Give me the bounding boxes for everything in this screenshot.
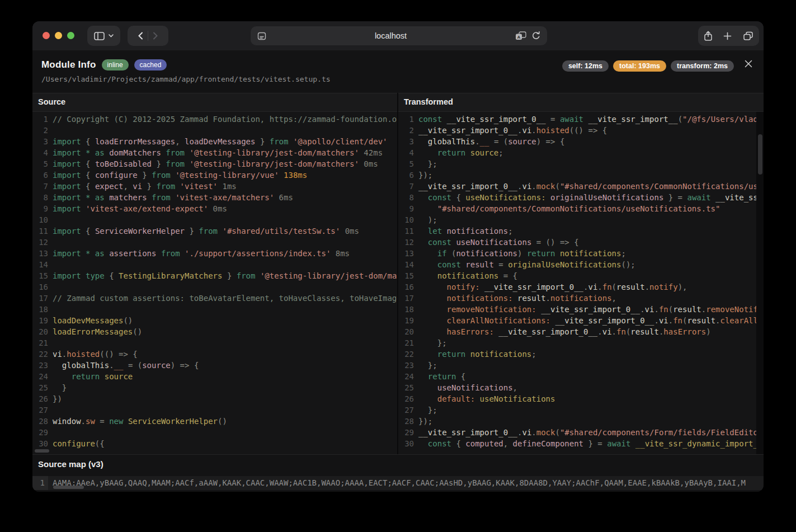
line-number: 22 — [32, 349, 48, 360]
source-panel-title: Source — [38, 97, 65, 106]
code-line: 7__vite_ssr_import_0__.vi.mock("#shared/… — [398, 181, 764, 192]
code-line: 19loadDevMessages() — [32, 315, 397, 326]
line-number: 2 — [32, 125, 48, 136]
code-line: 10 — [32, 214, 397, 225]
code-line: 27 }; — [398, 404, 764, 416]
line-number: 15 — [398, 270, 414, 281]
line-number: 12 — [32, 237, 48, 248]
code-line: 23 }; — [398, 360, 764, 371]
code-line: 28}); — [398, 416, 764, 427]
browser-toolbar: localhost A — [32, 21, 764, 50]
line-number: 27 — [32, 404, 48, 416]
code-line: 25 useNotifications, — [398, 382, 764, 393]
line-number: 6 — [32, 170, 48, 181]
source-horizontal-scrollbar-thumb[interactable] — [35, 449, 49, 453]
code-line: 20 hasErrors: __vite_ssr_import_0__.vi.f… — [398, 326, 764, 337]
window-close-button[interactable] — [43, 32, 50, 39]
code-line: 12 const useNotifications = () => { — [398, 237, 764, 248]
line-number: 18 — [398, 304, 414, 315]
line-number: 9 — [32, 203, 48, 214]
code-line: 11import { ServiceWorkerHelper } from '#… — [32, 225, 397, 237]
window-minimize-button[interactable] — [55, 32, 62, 39]
transformed-code-panel[interactable]: 1const __vite_ssr_import_0__ = await __v… — [398, 112, 764, 454]
line-number: 1 — [32, 114, 48, 125]
code-line: 25 } — [32, 382, 397, 393]
back-button[interactable] — [138, 32, 143, 40]
line-number: 11 — [398, 225, 414, 237]
line-number: 22 — [398, 349, 414, 360]
line-number: 16 — [398, 281, 414, 293]
line-number: 13 — [398, 248, 414, 259]
code-line: 16 — [32, 281, 397, 293]
code-line: 29__vite_ssr_import_0__.vi.mock("#shared… — [398, 427, 764, 438]
line-number: 17 — [32, 293, 48, 304]
address-bar[interactable]: localhost A — [251, 26, 547, 45]
timing-badges: self: 12ms total: 193ms transform: 2ms — [562, 60, 734, 72]
line-number: 18 — [32, 304, 48, 315]
line-number: 13 — [32, 248, 48, 259]
tab-overview-icon[interactable] — [743, 31, 753, 41]
source-code-panel[interactable]: 1// Copyright (C) 2012-2025 Zammad Found… — [32, 112, 397, 454]
line-number: 20 — [398, 326, 414, 337]
line-number: 4 — [398, 147, 414, 158]
module-file-path: /Users/vladimir/Projects/zammad/app/fron… — [41, 75, 331, 83]
sidebar-toggle-button[interactable] — [87, 26, 120, 46]
line-number: 5 — [398, 158, 414, 170]
line-number: 10 — [398, 214, 414, 225]
code-line: 30configure({ — [32, 438, 397, 449]
code-line: 22 return notifications; — [398, 349, 764, 360]
code-line: 3 globalThis.__ = (source) => { — [398, 136, 764, 147]
transformed-panel-title: Transformed — [404, 97, 453, 106]
window-zoom-button[interactable] — [67, 32, 74, 39]
line-number: 28 — [398, 416, 414, 427]
translate-icon[interactable]: A — [515, 31, 526, 40]
line-number: 28 — [32, 416, 48, 427]
code-line: 21 }; — [398, 337, 764, 349]
code-line: 19 clearAllNotifications: __vite_ssr_imp… — [398, 315, 764, 326]
code-line: 4 return source; — [398, 147, 764, 158]
code-line: 13import * as assertions from './support… — [32, 248, 397, 259]
page-settings-icon[interactable] — [257, 32, 266, 40]
code-line: 28window.sw = new ServiceWorkerHelper() — [32, 416, 397, 427]
code-line: 26}) — [32, 393, 397, 404]
source-map-mapping: AAMA;AAeA,yBAAG,QAAQ,MAAM;AACf,aAAW,KAAK… — [48, 476, 764, 490]
line-number: 14 — [398, 259, 414, 270]
line-number: 30 — [398, 438, 414, 449]
line-number: 27 — [398, 404, 414, 416]
line-number: 2 — [398, 125, 414, 136]
code-line: 2 — [32, 125, 397, 136]
code-line: 22vi.hoisted(() => { — [32, 349, 397, 360]
reload-icon[interactable] — [532, 31, 540, 40]
total-time-badge: total: 193ms — [613, 60, 666, 72]
line-number: 21 — [32, 337, 48, 349]
transformed-scrollbar-thumb[interactable] — [758, 134, 762, 175]
source-map-line-number: 1 — [32, 476, 48, 490]
code-area: 1// Copyright (C) 2012-2025 Zammad Found… — [32, 112, 764, 454]
inline-badge: inline — [102, 59, 129, 70]
code-line: 24 return { — [398, 371, 764, 382]
line-number: 16 — [32, 281, 48, 293]
source-map-title: Source map (v3) — [38, 459, 103, 469]
source-map-horizontal-scrollbar-thumb[interactable] — [53, 486, 84, 489]
chevron-down-icon — [109, 34, 114, 37]
sidebar-icon — [94, 32, 105, 40]
forward-button[interactable] — [153, 32, 158, 40]
code-line: 23 globalThis.__ = (source) => { — [32, 360, 397, 371]
line-number: 17 — [398, 293, 414, 304]
share-icon[interactable] — [704, 31, 713, 41]
line-number: 26 — [32, 393, 48, 404]
line-number: 29 — [398, 427, 414, 438]
code-line: 16 notify: __vite_ssr_import_0__.vi.fn(r… — [398, 281, 764, 293]
line-number: 12 — [398, 237, 414, 248]
line-number: 4 — [32, 147, 48, 158]
new-tab-icon[interactable] — [723, 32, 732, 40]
code-line: 18 — [32, 304, 397, 315]
code-line: 10 ); — [398, 214, 764, 225]
window-controls — [43, 32, 74, 39]
line-number: 3 — [32, 136, 48, 147]
close-button[interactable] — [742, 58, 755, 70]
transformed-scrollbar-track[interactable] — [756, 112, 764, 454]
line-number: 29 — [32, 427, 48, 438]
close-icon — [745, 60, 752, 68]
line-number: 9 — [398, 203, 414, 214]
